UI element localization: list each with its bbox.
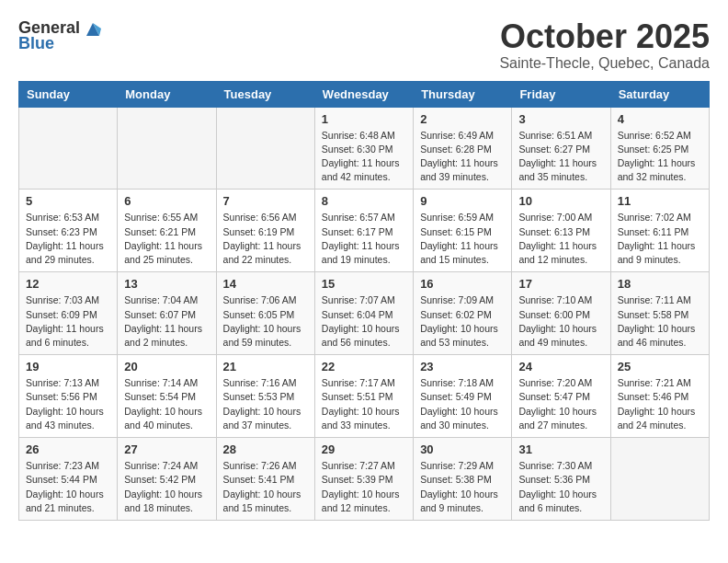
logo: General Blue (18, 18, 103, 53)
day-number: 31 (518, 442, 603, 456)
day-info: Sunrise: 6:52 AM Sunset: 6:25 PM Dayligh… (618, 129, 702, 185)
day-number: 7 (223, 194, 308, 208)
table-row: 11Sunrise: 7:02 AM Sunset: 6:11 PM Dayli… (610, 190, 709, 272)
day-info: Sunrise: 7:21 AM Sunset: 5:46 PM Dayligh… (618, 376, 702, 432)
day-number: 6 (124, 194, 209, 208)
day-number: 16 (420, 277, 505, 291)
day-info: Sunrise: 7:17 AM Sunset: 5:51 PM Dayligh… (322, 376, 406, 432)
day-info: Sunrise: 6:48 AM Sunset: 6:30 PM Dayligh… (322, 129, 406, 185)
day-info: Sunrise: 7:11 AM Sunset: 5:58 PM Dayligh… (618, 293, 702, 350)
day-info: Sunrise: 7:03 AM Sunset: 6:09 PM Dayligh… (26, 293, 110, 350)
day-info: Sunrise: 7:10 AM Sunset: 6:00 PM Dayligh… (518, 293, 603, 350)
table-row: 13Sunrise: 7:04 AM Sunset: 6:07 PM Dayli… (118, 272, 216, 355)
col-monday: Monday (118, 81, 216, 107)
calendar-week-5: 26Sunrise: 7:23 AM Sunset: 5:44 PM Dayli… (19, 438, 710, 521)
day-number: 4 (618, 112, 702, 126)
table-row: 9Sunrise: 6:59 AM Sunset: 6:15 PM Daylig… (414, 190, 512, 272)
col-sunday: Sunday (19, 81, 118, 107)
title-section: October 2025 Sainte-Thecle, Quebec, Cana… (499, 18, 710, 72)
day-number: 17 (518, 277, 603, 291)
table-row: 23Sunrise: 7:18 AM Sunset: 5:49 PM Dayli… (414, 355, 512, 438)
day-info: Sunrise: 6:51 AM Sunset: 6:27 PM Dayligh… (518, 129, 603, 185)
table-row: 24Sunrise: 7:20 AM Sunset: 5:47 PM Dayli… (512, 355, 610, 438)
day-info: Sunrise: 7:27 AM Sunset: 5:39 PM Dayligh… (322, 459, 406, 515)
day-info: Sunrise: 7:07 AM Sunset: 6:04 PM Dayligh… (322, 293, 406, 350)
day-number: 26 (26, 442, 110, 456)
table-row: 27Sunrise: 7:24 AM Sunset: 5:42 PM Dayli… (118, 438, 216, 521)
table-row (610, 438, 709, 521)
table-row: 10Sunrise: 7:00 AM Sunset: 6:13 PM Dayli… (512, 190, 610, 272)
table-row: 1Sunrise: 6:48 AM Sunset: 6:30 PM Daylig… (314, 107, 413, 190)
day-number: 10 (518, 194, 603, 208)
day-number: 12 (26, 277, 110, 291)
day-number: 25 (618, 360, 702, 373)
day-number: 18 (618, 277, 702, 291)
day-number: 28 (223, 442, 308, 456)
table-row: 3Sunrise: 6:51 AM Sunset: 6:27 PM Daylig… (512, 107, 610, 190)
day-number: 8 (322, 194, 406, 208)
col-friday: Friday (512, 81, 610, 107)
table-row: 30Sunrise: 7:29 AM Sunset: 5:38 PM Dayli… (414, 438, 512, 521)
day-number: 5 (26, 194, 110, 208)
day-number: 3 (518, 112, 603, 126)
day-number: 19 (26, 360, 110, 373)
table-row (216, 107, 314, 190)
table-row: 18Sunrise: 7:11 AM Sunset: 5:58 PM Dayli… (610, 272, 709, 355)
day-info: Sunrise: 7:02 AM Sunset: 6:11 PM Dayligh… (618, 211, 702, 267)
table-row: 2Sunrise: 6:49 AM Sunset: 6:28 PM Daylig… (414, 107, 512, 190)
day-info: Sunrise: 7:16 AM Sunset: 5:53 PM Dayligh… (223, 376, 308, 432)
day-number: 9 (420, 194, 505, 208)
calendar-table: Sunday Monday Tuesday Wednesday Thursday… (18, 81, 710, 521)
table-row: 25Sunrise: 7:21 AM Sunset: 5:46 PM Dayli… (610, 355, 709, 438)
day-number: 2 (420, 112, 505, 126)
day-info: Sunrise: 7:26 AM Sunset: 5:41 PM Dayligh… (223, 459, 308, 515)
table-row: 20Sunrise: 7:14 AM Sunset: 5:54 PM Dayli… (118, 355, 216, 438)
page-header: General Blue October 2025 Sainte-Thecle,… (18, 18, 710, 72)
day-info: Sunrise: 7:18 AM Sunset: 5:49 PM Dayligh… (420, 376, 505, 432)
table-row: 19Sunrise: 7:13 AM Sunset: 5:56 PM Dayli… (19, 355, 118, 438)
day-number: 11 (618, 194, 702, 208)
table-row (118, 107, 216, 190)
table-row: 16Sunrise: 7:09 AM Sunset: 6:02 PM Dayli… (414, 272, 512, 355)
table-row: 17Sunrise: 7:10 AM Sunset: 6:00 PM Dayli… (512, 272, 610, 355)
table-row: 4Sunrise: 6:52 AM Sunset: 6:25 PM Daylig… (610, 107, 709, 190)
col-saturday: Saturday (610, 81, 709, 107)
calendar-week-2: 5Sunrise: 6:53 AM Sunset: 6:23 PM Daylig… (19, 190, 710, 272)
table-row: 15Sunrise: 7:07 AM Sunset: 6:04 PM Dayli… (314, 272, 413, 355)
day-number: 13 (124, 277, 209, 291)
table-row: 26Sunrise: 7:23 AM Sunset: 5:44 PM Dayli… (19, 438, 118, 521)
day-number: 1 (322, 112, 406, 126)
day-number: 14 (223, 277, 308, 291)
day-info: Sunrise: 6:59 AM Sunset: 6:15 PM Dayligh… (420, 211, 505, 267)
col-tuesday: Tuesday (216, 81, 314, 107)
col-wednesday: Wednesday (314, 81, 413, 107)
month-title: October 2025 (499, 18, 710, 55)
table-row: 7Sunrise: 6:56 AM Sunset: 6:19 PM Daylig… (216, 190, 314, 272)
day-info: Sunrise: 7:04 AM Sunset: 6:07 PM Dayligh… (124, 293, 209, 350)
day-number: 21 (223, 360, 308, 373)
table-row: 29Sunrise: 7:27 AM Sunset: 5:39 PM Dayli… (314, 438, 413, 521)
day-info: Sunrise: 7:23 AM Sunset: 5:44 PM Dayligh… (26, 459, 110, 515)
calendar-header-row: Sunday Monday Tuesday Wednesday Thursday… (19, 81, 710, 107)
table-row: 21Sunrise: 7:16 AM Sunset: 5:53 PM Dayli… (216, 355, 314, 438)
table-row: 14Sunrise: 7:06 AM Sunset: 6:05 PM Dayli… (216, 272, 314, 355)
day-number: 30 (420, 442, 505, 456)
calendar-week-4: 19Sunrise: 7:13 AM Sunset: 5:56 PM Dayli… (19, 355, 710, 438)
day-number: 24 (518, 360, 603, 373)
table-row: 22Sunrise: 7:17 AM Sunset: 5:51 PM Dayli… (314, 355, 413, 438)
table-row: 12Sunrise: 7:03 AM Sunset: 6:09 PM Dayli… (19, 272, 118, 355)
day-info: Sunrise: 7:09 AM Sunset: 6:02 PM Dayligh… (420, 293, 505, 350)
day-info: Sunrise: 7:13 AM Sunset: 5:56 PM Dayligh… (26, 376, 110, 432)
day-number: 29 (322, 442, 406, 456)
day-info: Sunrise: 7:29 AM Sunset: 5:38 PM Dayligh… (420, 459, 505, 515)
day-number: 27 (124, 442, 209, 456)
logo-icon (83, 19, 103, 38)
day-info: Sunrise: 7:00 AM Sunset: 6:13 PM Dayligh… (518, 211, 603, 267)
day-number: 22 (322, 360, 406, 373)
day-info: Sunrise: 7:14 AM Sunset: 5:54 PM Dayligh… (124, 376, 209, 432)
table-row: 28Sunrise: 7:26 AM Sunset: 5:41 PM Dayli… (216, 438, 314, 521)
day-info: Sunrise: 7:06 AM Sunset: 6:05 PM Dayligh… (223, 293, 308, 350)
calendar-week-1: 1Sunrise: 6:48 AM Sunset: 6:30 PM Daylig… (19, 107, 710, 190)
table-row (19, 107, 118, 190)
day-info: Sunrise: 7:30 AM Sunset: 5:36 PM Dayligh… (518, 459, 603, 515)
